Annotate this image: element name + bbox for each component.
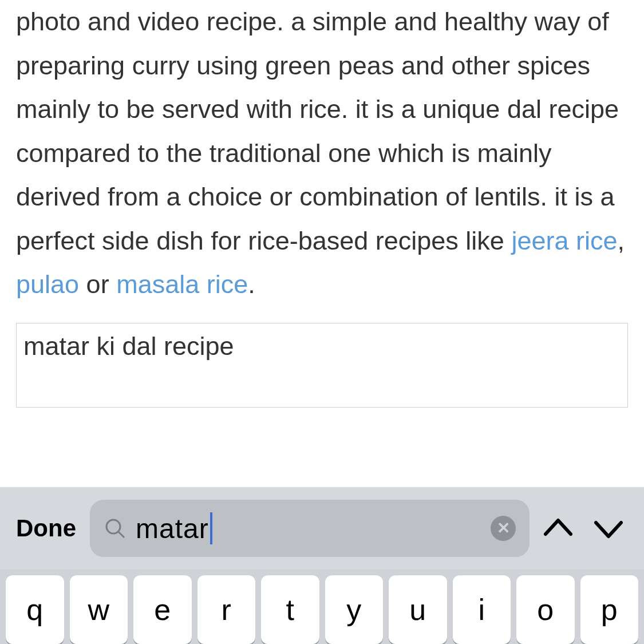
keyboard-area: Done matar ✕ q w e r <box>0 487 644 644</box>
key-u[interactable]: u <box>389 575 447 644</box>
link-jeera-rice[interactable]: jeera rice <box>511 226 617 255</box>
search-input-wrap[interactable]: matar <box>136 512 212 544</box>
key-o[interactable]: o <box>516 575 575 644</box>
text-cursor <box>210 512 212 544</box>
search-icon <box>104 517 127 540</box>
key-t[interactable]: t <box>261 575 319 644</box>
sep: , <box>617 226 625 255</box>
chevron-down-icon[interactable] <box>591 511 626 546</box>
paragraph-tail: . <box>248 270 255 299</box>
find-in-page-bar: Done matar ✕ <box>0 487 644 570</box>
recipe-title-box: matar ki dal recipe <box>16 323 628 408</box>
keyboard-row-1: q w e r t y u i o p <box>0 570 644 644</box>
find-nav-arrows <box>541 511 630 546</box>
key-w[interactable]: w <box>70 575 128 644</box>
chevron-up-icon[interactable] <box>541 511 575 546</box>
key-r[interactable]: r <box>197 575 256 644</box>
done-button[interactable]: Done <box>14 515 78 542</box>
link-masala-rice[interactable]: masala rice <box>116 270 248 299</box>
search-input[interactable]: matar <box>136 513 209 544</box>
key-p[interactable]: p <box>580 575 639 644</box>
svg-line-1 <box>118 532 124 538</box>
key-y[interactable]: y <box>325 575 384 644</box>
key-q[interactable]: q <box>6 575 64 644</box>
key-e[interactable]: e <box>133 575 192 644</box>
close-icon: ✕ <box>497 520 510 536</box>
svg-point-0 <box>106 520 120 534</box>
link-pulao[interactable]: pulao <box>16 270 79 299</box>
recipe-title-text: matar ki dal recipe <box>23 331 621 361</box>
article-paragraph: photo and video recipe. a simple and hea… <box>16 0 628 307</box>
clear-search-button[interactable]: ✕ <box>491 516 516 541</box>
key-i[interactable]: i <box>453 575 511 644</box>
search-field[interactable]: matar ✕ <box>90 500 530 557</box>
sep: or <box>79 270 116 299</box>
article-body: photo and video recipe. a simple and hea… <box>0 0 644 307</box>
paragraph-text: photo and video recipe. a simple and hea… <box>16 7 619 255</box>
